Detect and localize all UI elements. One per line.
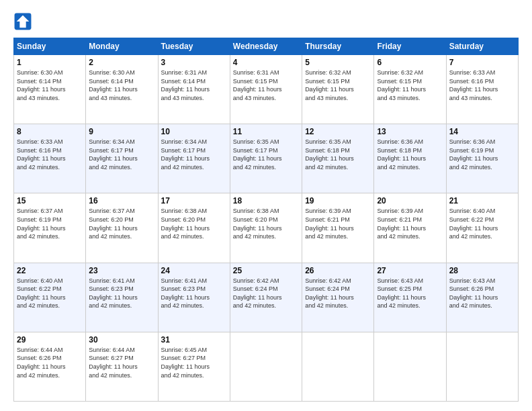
cell-info: Sunrise: 6:42 AM Sunset: 6:24 PM Dayligh… xyxy=(233,277,299,310)
calendar-cell: 7Sunrise: 6:33 AM Sunset: 6:16 PM Daylig… xyxy=(446,55,518,124)
day-number: 20 xyxy=(377,196,443,205)
weekday-header: Tuesday xyxy=(158,38,230,55)
cell-info: Sunrise: 6:37 AM Sunset: 6:19 PM Dayligh… xyxy=(17,207,83,240)
weekday-header: Thursday xyxy=(302,38,374,55)
calendar-cell: 19Sunrise: 6:39 AM Sunset: 6:21 PM Dayli… xyxy=(302,193,374,263)
day-number: 23 xyxy=(89,266,154,275)
cell-info: Sunrise: 6:44 AM Sunset: 6:27 PM Dayligh… xyxy=(89,346,154,379)
cell-info: Sunrise: 6:43 AM Sunset: 6:25 PM Dayligh… xyxy=(377,277,443,310)
cell-info: Sunrise: 6:39 AM Sunset: 6:21 PM Dayligh… xyxy=(377,207,443,240)
calendar-cell: 10Sunrise: 6:34 AM Sunset: 6:17 PM Dayli… xyxy=(158,124,230,193)
cell-info: Sunrise: 6:33 AM Sunset: 6:16 PM Dayligh… xyxy=(17,138,83,171)
cell-info: Sunrise: 6:38 AM Sunset: 6:20 PM Dayligh… xyxy=(161,207,227,240)
weekday-header: Wednesday xyxy=(230,38,302,55)
day-number: 6 xyxy=(377,58,443,67)
calendar-cell xyxy=(446,332,518,401)
day-number: 24 xyxy=(161,266,227,275)
cell-info: Sunrise: 6:45 AM Sunset: 6:27 PM Dayligh… xyxy=(161,346,227,379)
calendar-cell: 4Sunrise: 6:31 AM Sunset: 6:15 PM Daylig… xyxy=(230,55,302,124)
day-number: 12 xyxy=(305,127,371,136)
cell-info: Sunrise: 6:36 AM Sunset: 6:18 PM Dayligh… xyxy=(377,138,443,171)
day-number: 13 xyxy=(377,127,443,136)
calendar-cell: 18Sunrise: 6:38 AM Sunset: 6:20 PM Dayli… xyxy=(230,193,302,263)
cell-info: Sunrise: 6:31 AM Sunset: 6:15 PM Dayligh… xyxy=(233,68,299,102)
calendar-table: SundayMondayTuesdayWednesdayThursdayFrid… xyxy=(13,38,519,402)
calendar-cell: 16Sunrise: 6:37 AM Sunset: 6:20 PM Dayli… xyxy=(86,193,158,263)
cell-info: Sunrise: 6:42 AM Sunset: 6:24 PM Dayligh… xyxy=(305,277,371,310)
header xyxy=(13,12,519,31)
day-number: 29 xyxy=(17,335,83,345)
cell-info: Sunrise: 6:40 AM Sunset: 6:22 PM Dayligh… xyxy=(17,277,83,310)
weekday-header: Saturday xyxy=(446,38,518,55)
calendar-cell: 14Sunrise: 6:36 AM Sunset: 6:19 PM Dayli… xyxy=(446,124,518,193)
calendar-cell: 30Sunrise: 6:44 AM Sunset: 6:27 PM Dayli… xyxy=(86,332,158,401)
calendar-cell: 13Sunrise: 6:36 AM Sunset: 6:18 PM Dayli… xyxy=(374,124,446,193)
cell-info: Sunrise: 6:32 AM Sunset: 6:15 PM Dayligh… xyxy=(305,68,371,102)
calendar-cell: 25Sunrise: 6:42 AM Sunset: 6:24 PM Dayli… xyxy=(230,263,302,332)
cell-info: Sunrise: 6:43 AM Sunset: 6:26 PM Dayligh… xyxy=(449,277,515,310)
day-number: 30 xyxy=(89,335,154,345)
calendar-cell: 27Sunrise: 6:43 AM Sunset: 6:25 PM Dayli… xyxy=(374,263,446,332)
cell-info: Sunrise: 6:30 AM Sunset: 6:14 PM Dayligh… xyxy=(17,68,83,102)
day-number: 25 xyxy=(233,266,299,275)
day-number: 17 xyxy=(161,196,227,205)
cell-info: Sunrise: 6:34 AM Sunset: 6:17 PM Dayligh… xyxy=(89,138,154,171)
cell-info: Sunrise: 6:35 AM Sunset: 6:18 PM Dayligh… xyxy=(305,138,371,171)
day-number: 11 xyxy=(233,127,299,136)
calendar-cell: 29Sunrise: 6:44 AM Sunset: 6:26 PM Dayli… xyxy=(14,332,86,401)
calendar-cell: 22Sunrise: 6:40 AM Sunset: 6:22 PM Dayli… xyxy=(14,263,86,332)
calendar-cell: 24Sunrise: 6:41 AM Sunset: 6:23 PM Dayli… xyxy=(158,263,230,332)
day-number: 8 xyxy=(17,127,83,136)
cell-info: Sunrise: 6:35 AM Sunset: 6:17 PM Dayligh… xyxy=(233,138,299,171)
day-number: 27 xyxy=(377,266,443,275)
cell-info: Sunrise: 6:41 AM Sunset: 6:23 PM Dayligh… xyxy=(161,277,227,310)
day-number: 7 xyxy=(449,58,515,67)
day-number: 26 xyxy=(305,266,371,275)
cell-info: Sunrise: 6:32 AM Sunset: 6:15 PM Dayligh… xyxy=(377,68,443,102)
calendar-cell: 26Sunrise: 6:42 AM Sunset: 6:24 PM Dayli… xyxy=(302,263,374,332)
day-number: 4 xyxy=(233,58,299,67)
cell-info: Sunrise: 6:31 AM Sunset: 6:14 PM Dayligh… xyxy=(161,68,227,102)
calendar-cell: 5Sunrise: 6:32 AM Sunset: 6:15 PM Daylig… xyxy=(302,55,374,124)
cell-info: Sunrise: 6:37 AM Sunset: 6:20 PM Dayligh… xyxy=(89,207,154,240)
day-number: 28 xyxy=(449,266,515,275)
day-number: 16 xyxy=(89,196,154,205)
page: SundayMondayTuesdayWednesdayThursdayFrid… xyxy=(0,0,532,411)
cell-info: Sunrise: 6:33 AM Sunset: 6:16 PM Dayligh… xyxy=(449,68,515,102)
day-number: 9 xyxy=(89,127,154,136)
cell-info: Sunrise: 6:34 AM Sunset: 6:17 PM Dayligh… xyxy=(161,138,227,171)
day-number: 2 xyxy=(89,58,154,67)
calendar-cell: 21Sunrise: 6:40 AM Sunset: 6:22 PM Dayli… xyxy=(446,193,518,263)
weekday-header: Sunday xyxy=(14,38,86,55)
cell-info: Sunrise: 6:38 AM Sunset: 6:20 PM Dayligh… xyxy=(233,207,299,240)
day-number: 3 xyxy=(161,58,227,67)
day-number: 31 xyxy=(161,335,227,345)
calendar-cell: 15Sunrise: 6:37 AM Sunset: 6:19 PM Dayli… xyxy=(14,193,86,263)
day-number: 1 xyxy=(17,58,83,67)
calendar-cell: 3Sunrise: 6:31 AM Sunset: 6:14 PM Daylig… xyxy=(158,55,230,124)
calendar-cell: 20Sunrise: 6:39 AM Sunset: 6:21 PM Dayli… xyxy=(374,193,446,263)
calendar-cell: 11Sunrise: 6:35 AM Sunset: 6:17 PM Dayli… xyxy=(230,124,302,193)
calendar-cell: 28Sunrise: 6:43 AM Sunset: 6:26 PM Dayli… xyxy=(446,263,518,332)
calendar-cell xyxy=(374,332,446,401)
weekday-header: Friday xyxy=(374,38,446,55)
calendar-cell: 31Sunrise: 6:45 AM Sunset: 6:27 PM Dayli… xyxy=(158,332,230,401)
cell-info: Sunrise: 6:41 AM Sunset: 6:23 PM Dayligh… xyxy=(89,277,154,310)
logo-icon xyxy=(13,12,32,31)
day-number: 5 xyxy=(305,58,371,67)
cell-info: Sunrise: 6:36 AM Sunset: 6:19 PM Dayligh… xyxy=(449,138,515,171)
day-number: 10 xyxy=(161,127,227,136)
calendar-cell: 23Sunrise: 6:41 AM Sunset: 6:23 PM Dayli… xyxy=(86,263,158,332)
cell-info: Sunrise: 6:30 AM Sunset: 6:14 PM Dayligh… xyxy=(89,68,154,102)
day-number: 19 xyxy=(305,196,371,205)
day-number: 15 xyxy=(17,196,83,205)
calendar-cell: 2Sunrise: 6:30 AM Sunset: 6:14 PM Daylig… xyxy=(86,55,158,124)
logo xyxy=(13,12,35,31)
cell-info: Sunrise: 6:39 AM Sunset: 6:21 PM Dayligh… xyxy=(305,207,371,240)
day-number: 21 xyxy=(449,196,515,205)
calendar-cell: 17Sunrise: 6:38 AM Sunset: 6:20 PM Dayli… xyxy=(158,193,230,263)
calendar-cell: 8Sunrise: 6:33 AM Sunset: 6:16 PM Daylig… xyxy=(14,124,86,193)
calendar-cell xyxy=(302,332,374,401)
cell-info: Sunrise: 6:40 AM Sunset: 6:22 PM Dayligh… xyxy=(449,207,515,240)
day-number: 18 xyxy=(233,196,299,205)
